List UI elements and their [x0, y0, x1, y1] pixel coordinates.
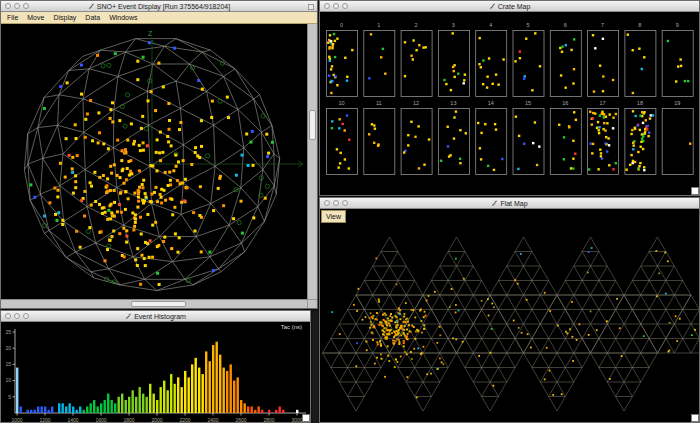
event-display-window: SNO+ Event Display [Run 375564/918204] F…: [0, 0, 318, 309]
svg-text:12: 12: [413, 100, 419, 106]
zoom-button[interactable]: [342, 200, 348, 206]
window-controls: [324, 3, 348, 9]
svg-text:5: 5: [526, 22, 529, 28]
scrollbar-thumb[interactable]: [309, 110, 316, 140]
crate-9: 9: [662, 22, 693, 97]
menu-item-windows[interactable]: Windows: [109, 14, 137, 21]
crate-0: 0: [327, 22, 358, 97]
crate-11: 11: [364, 100, 395, 175]
svg-text:10: 10: [338, 100, 344, 106]
histogram-canvas: 5101520251000120014001600180020002200240…: [1, 322, 310, 422]
event-histogram-titlebar[interactable]: Event Histogram: [1, 311, 310, 322]
scrollbar-corner: [307, 299, 317, 308]
minimize-button[interactable]: [14, 3, 20, 9]
svg-text:8: 8: [638, 22, 641, 28]
flat-map-canvas[interactable]: [320, 209, 699, 422]
window-tool-icon: [88, 3, 95, 10]
minimize-button[interactable]: [14, 313, 20, 319]
svg-text:1800: 1800: [123, 417, 134, 423]
resize-grip[interactable]: [302, 414, 310, 422]
svg-text:1200: 1200: [39, 417, 50, 423]
crate-14: 14: [476, 100, 507, 175]
view-menu-button[interactable]: View: [321, 210, 346, 223]
crate-13: 13: [438, 100, 469, 175]
window-title-text: Crate Map: [498, 3, 531, 10]
event-display-titlebar[interactable]: SNO+ Event Display [Run 375564/918204]: [1, 1, 317, 12]
svg-text:7: 7: [601, 22, 604, 28]
horizontal-scrollbar[interactable]: [1, 299, 307, 308]
axis-lines: [149, 40, 303, 167]
crate-15: 15: [513, 100, 544, 175]
close-button[interactable]: [324, 200, 330, 206]
menu-item-display[interactable]: Display: [53, 14, 76, 21]
svg-text:0: 0: [340, 22, 343, 28]
svg-text:2000: 2000: [151, 417, 162, 423]
minimize-button[interactable]: [333, 200, 339, 206]
crate-1: 1: [364, 22, 395, 97]
svg-text:1000: 1000: [11, 417, 22, 423]
window-title-text: Flat Map: [500, 200, 527, 207]
crate-6: 6: [550, 22, 581, 97]
crate-4: 4: [476, 22, 507, 97]
svg-text:14: 14: [488, 100, 494, 106]
svg-text:1600: 1600: [95, 417, 106, 423]
crate-16: 16: [550, 100, 581, 175]
svg-text:16: 16: [562, 100, 568, 106]
resize-grip[interactable]: [691, 187, 699, 195]
crate-map-canvas[interactable]: 012345678910111213141516171819: [320, 12, 699, 195]
flatmap-halo-hits: [339, 258, 465, 379]
window-title: Flat Map: [491, 200, 527, 207]
menu-item-data[interactable]: Data: [85, 14, 100, 21]
crate-map-titlebar[interactable]: Crate Map: [320, 1, 699, 12]
window-title-text: Event Histogram: [134, 313, 186, 320]
svg-text:1400: 1400: [67, 417, 78, 423]
histogram-bars: [16, 342, 298, 413]
zoom-button[interactable]: [342, 3, 348, 9]
event-display-menubar: File Move Display Data Windows: [1, 12, 317, 24]
vertical-scrollbar[interactable]: [307, 24, 317, 299]
window-tool-icon: [489, 3, 496, 10]
close-button[interactable]: [324, 3, 330, 9]
window-controls: [324, 200, 348, 206]
crate-3: 3: [438, 22, 469, 97]
svg-text:15: 15: [525, 100, 531, 106]
windowshade-button[interactable]: [308, 4, 314, 10]
crate-17: 17: [588, 100, 619, 175]
menu-item-file[interactable]: File: [7, 14, 18, 21]
crate-12: 12: [401, 100, 432, 175]
resize-grip[interactable]: [691, 414, 699, 422]
svg-text:1: 1: [377, 22, 380, 28]
flat-map-window: Flat Map View: [319, 197, 700, 423]
menu-item-move[interactable]: Move: [27, 14, 44, 21]
z-axis-label: Z: [148, 30, 153, 37]
crate-map-window: Crate Map 012345678910111213141516171819: [319, 0, 700, 196]
svg-text:2: 2: [415, 22, 418, 28]
window-tool-icon: [125, 313, 132, 320]
crate-7: 7: [588, 22, 619, 97]
svg-text:5: 5: [8, 394, 11, 400]
svg-text:6: 6: [564, 22, 567, 28]
scrollbar-thumb[interactable]: [131, 301, 186, 307]
svg-text:9: 9: [676, 22, 679, 28]
histogram-axis-title: Tac (ns): [281, 324, 302, 330]
zoom-button[interactable]: [23, 3, 29, 9]
zoom-button[interactable]: [23, 313, 29, 319]
window-title: Crate Map: [489, 3, 531, 10]
sphere-3d-view[interactable]: Z: [1, 24, 307, 299]
crate-10: 10: [327, 100, 358, 175]
close-button[interactable]: [5, 3, 11, 9]
svg-text:3: 3: [452, 22, 455, 28]
crate-19: 19: [662, 100, 693, 175]
flat-map-titlebar[interactable]: Flat Map: [320, 198, 699, 209]
close-button[interactable]: [5, 313, 11, 319]
svg-text:13: 13: [450, 100, 456, 106]
svg-text:19: 19: [674, 100, 680, 106]
svg-text:18: 18: [637, 100, 643, 106]
svg-text:2200: 2200: [179, 417, 190, 423]
svg-text:2400: 2400: [207, 417, 218, 423]
minimize-button[interactable]: [333, 3, 339, 9]
svg-text:2600: 2600: [235, 417, 246, 423]
crate-2: 2: [401, 22, 432, 97]
window-title: SNO+ Event Display [Run 375564/918204]: [88, 3, 230, 10]
desktop: SNO+ Event Display [Run 375564/918204] F…: [0, 0, 700, 423]
